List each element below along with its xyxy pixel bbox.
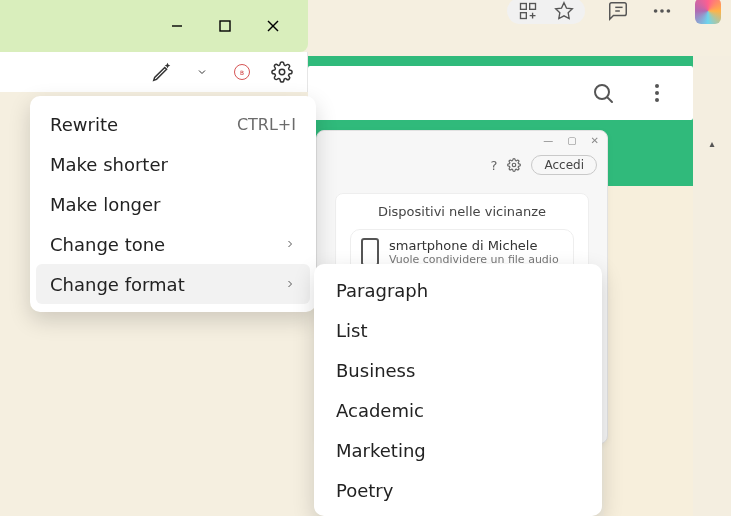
menu-item-make-shorter[interactable]: Make shorter [30, 144, 316, 184]
svg-point-0 [513, 163, 517, 167]
bg-gear-icon [507, 158, 521, 172]
more-horiz-icon[interactable] [651, 0, 673, 22]
menu-item-make-longer[interactable]: Make longer [30, 184, 316, 224]
collections-icon[interactable] [607, 0, 629, 22]
close-button[interactable] [260, 13, 286, 39]
svg-rect-14 [530, 4, 536, 10]
submenu-item-label: Academic [336, 400, 424, 421]
submenu-item-label: Poetry [336, 480, 393, 501]
svg-marker-16 [556, 3, 573, 19]
bg-help-icon: ? [491, 158, 498, 173]
bg-minimize-icon: — [543, 135, 553, 146]
svg-rect-13 [521, 4, 527, 10]
chevron-right-icon [284, 238, 296, 250]
submenu-item-label: List [336, 320, 367, 341]
brand-logo-icon[interactable]: B [231, 61, 253, 83]
phone-icon [361, 238, 379, 266]
maximize-button[interactable] [212, 13, 238, 39]
scroll-up-icon[interactable]: ▴ [709, 138, 714, 149]
bg-signin-button: Accedi [531, 155, 597, 175]
browser-toolbar [507, 0, 731, 22]
menu-item-label: Make shorter [50, 154, 168, 175]
menu-item-label: Change format [50, 274, 185, 295]
menu-item-rewrite[interactable]: Rewrite CTRL+I [30, 104, 316, 144]
submenu-item-academic[interactable]: Academic [314, 390, 602, 430]
svg-point-21 [667, 9, 671, 13]
window-titlebar [0, 0, 308, 52]
scrollbar-track[interactable]: ▴ [693, 56, 731, 516]
svg-point-4 [655, 91, 659, 95]
svg-point-5 [655, 98, 659, 102]
menu-item-shortcut: CTRL+I [237, 115, 296, 134]
minimize-button[interactable] [164, 13, 190, 39]
menu-item-change-format[interactable]: Change format [36, 264, 310, 304]
svg-point-12 [279, 69, 285, 75]
app-header [308, 66, 693, 120]
svg-text:B: B [240, 70, 244, 76]
compose-sparkle-icon[interactable] [151, 61, 173, 83]
browser-icon-pill [507, 0, 585, 24]
bg-device-name: smartphone di Michele [389, 238, 559, 253]
bg-maximize-icon: ▢ [567, 135, 576, 146]
submenu-item-business[interactable]: Business [314, 350, 602, 390]
rewrite-menu: Rewrite CTRL+I Make shorter Make longer … [30, 96, 316, 312]
menu-item-label: Change tone [50, 234, 165, 255]
submenu-item-marketing[interactable]: Marketing [314, 430, 602, 470]
chevron-right-icon [284, 278, 296, 290]
submenu-item-label: Marketing [336, 440, 426, 461]
svg-point-20 [660, 9, 664, 13]
svg-rect-15 [521, 13, 527, 19]
svg-point-19 [654, 9, 658, 13]
copilot-icon[interactable] [695, 0, 721, 24]
svg-point-3 [655, 84, 659, 88]
extensions-icon[interactable] [517, 0, 539, 22]
svg-rect-7 [220, 21, 230, 31]
menu-item-label: Make longer [50, 194, 160, 215]
svg-line-2 [608, 98, 612, 102]
search-icon[interactable] [591, 81, 615, 105]
editor-toolbar: B [0, 52, 308, 92]
favorite-star-icon[interactable] [553, 0, 575, 22]
wallpaper-strip [604, 186, 693, 516]
settings-icon[interactable] [271, 61, 293, 83]
submenu-item-list[interactable]: List [314, 310, 602, 350]
submenu-item-paragraph[interactable]: Paragraph [314, 270, 602, 310]
submenu-item-label: Business [336, 360, 415, 381]
submenu-item-label: Paragraph [336, 280, 428, 301]
chevron-down-icon[interactable] [191, 61, 213, 83]
svg-point-1 [595, 85, 609, 99]
more-vert-icon[interactable] [645, 81, 669, 105]
submenu-item-poetry[interactable]: Poetry [314, 470, 602, 510]
menu-item-label: Rewrite [50, 114, 118, 135]
menu-item-change-tone[interactable]: Change tone [30, 224, 316, 264]
bg-close-icon: ✕ [591, 135, 599, 146]
bg-pane-title: Dispositivi nelle vicinanze [350, 204, 574, 219]
change-format-submenu: Paragraph List Business Academic Marketi… [314, 264, 602, 516]
